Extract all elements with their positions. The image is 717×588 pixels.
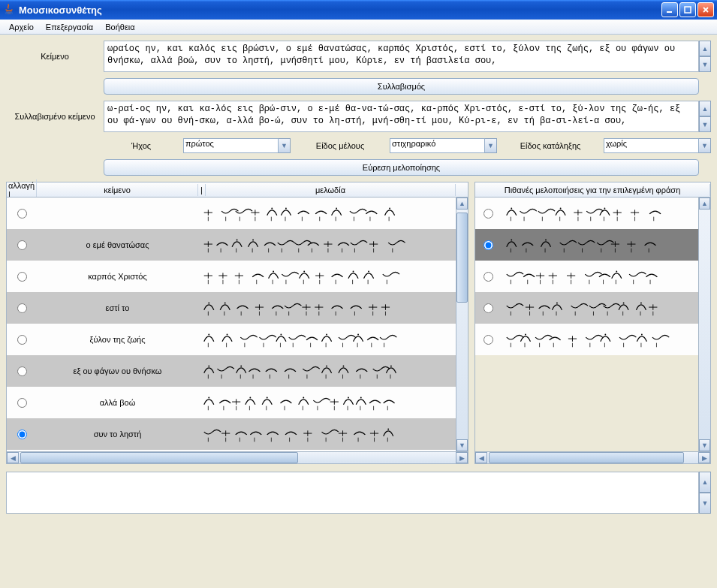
keimeno-label: Κείμενο xyxy=(6,52,104,61)
svg-point-81 xyxy=(208,366,209,367)
svg-rect-1 xyxy=(667,11,672,13)
svg-point-77 xyxy=(357,334,359,336)
row-text: αλλά βοώ xyxy=(37,398,198,407)
svg-point-38 xyxy=(273,271,274,273)
evresi-button[interactable]: Εύρεση μελοποίησης xyxy=(104,159,699,176)
table-row[interactable]: ξύλον της ζωής xyxy=(7,324,456,355)
scroll-down-icon[interactable]: ▼ xyxy=(699,439,710,451)
svg-point-66 xyxy=(227,334,228,336)
horizontal-scrollbar[interactable]: ◀ ▶ xyxy=(6,452,468,464)
table-row[interactable]: μνήσθητί μου xyxy=(7,450,456,451)
vertical-scrollbar[interactable]: ▲ ▼ xyxy=(456,198,468,451)
window-title: Μουσικοσυνθέτης xyxy=(19,5,102,16)
maximize-button[interactable] xyxy=(679,2,696,17)
chevron-down-icon[interactable]: ▼ xyxy=(699,138,711,153)
melody-radio[interactable] xyxy=(484,209,493,219)
svg-point-98 xyxy=(208,397,209,399)
scroll-down-icon[interactable]: ▼ xyxy=(699,493,711,514)
scroll-right-icon[interactable]: ▶ xyxy=(698,452,710,463)
scroll-down-icon[interactable]: ▼ xyxy=(699,56,711,72)
table-row[interactable]: αλλά βοώ xyxy=(7,387,456,418)
ixos-combo[interactable]: πρώτος xyxy=(183,138,279,153)
scroll-up-icon[interactable]: ▲ xyxy=(456,198,468,210)
melody-radio[interactable] xyxy=(484,335,493,345)
syllabismos-button[interactable]: Συλλαβισμός xyxy=(104,78,699,95)
scroll-up-icon[interactable]: ▲ xyxy=(699,472,711,493)
row-text: εστί το xyxy=(37,303,198,312)
melody-option-row[interactable] xyxy=(475,261,698,292)
svg-point-9 xyxy=(285,208,287,210)
row-radio[interactable] xyxy=(17,366,27,376)
svg-point-113 xyxy=(360,397,362,399)
eidos-melous-combo[interactable]: στιχηραρικό xyxy=(390,138,485,153)
table-row[interactable] xyxy=(7,198,456,229)
svg-point-41 xyxy=(303,271,305,273)
melody-preview xyxy=(501,296,698,320)
melody-radio[interactable] xyxy=(484,240,493,250)
melody-option-row[interactable] xyxy=(475,198,698,229)
menu-help[interactable]: Βοήθεια xyxy=(99,21,140,33)
chevron-down-icon[interactable]: ▼ xyxy=(279,138,291,153)
melody-preview xyxy=(501,201,698,225)
row-radio[interactable] xyxy=(17,209,27,219)
svg-point-23 xyxy=(252,240,254,241)
row-radio[interactable] xyxy=(17,430,27,439)
row-melody xyxy=(198,327,456,351)
row-melody xyxy=(198,422,456,446)
close-button[interactable] xyxy=(697,2,714,17)
ixos-label: Ήχος xyxy=(104,141,179,150)
row-melody xyxy=(198,201,456,225)
col-melodia: μελωδία xyxy=(206,184,456,196)
scroll-down-icon[interactable]: ▼ xyxy=(699,116,711,132)
minimize-button[interactable] xyxy=(661,2,678,17)
svg-point-84 xyxy=(240,366,242,367)
output-textarea[interactable] xyxy=(6,472,699,514)
svg-point-148 xyxy=(560,208,562,210)
row-text: συν το ληστή xyxy=(37,430,198,439)
menu-edit[interactable]: Επεξεργασία xyxy=(40,21,99,33)
scroll-left-icon[interactable]: ◀ xyxy=(475,452,487,463)
svg-point-128 xyxy=(387,429,389,430)
table-row[interactable]: εξ ου φάγων ου θνήσκω xyxy=(7,355,456,387)
scroll-right-icon[interactable]: ▶ xyxy=(456,452,468,463)
melody-radio[interactable] xyxy=(484,272,493,282)
table-row[interactable]: καρπός Χριστός xyxy=(7,261,456,292)
melody-preview xyxy=(501,327,698,351)
svg-point-199 xyxy=(604,334,606,336)
melody-option-row[interactable] xyxy=(475,324,698,355)
melody-radio[interactable] xyxy=(484,303,493,313)
row-text: ο εμέ θανατώσας xyxy=(37,240,198,249)
svg-point-104 xyxy=(267,397,268,399)
table-row[interactable]: συν το ληστή xyxy=(7,418,456,450)
row-radio[interactable] xyxy=(17,335,27,345)
row-radio[interactable] xyxy=(17,272,27,282)
chevron-down-icon[interactable]: ▼ xyxy=(485,138,497,153)
table-row[interactable]: ο εμέ θανατώσας xyxy=(7,229,456,261)
scroll-down-icon[interactable]: ▼ xyxy=(456,439,468,451)
svg-point-17 xyxy=(389,208,390,210)
scroll-up-icon[interactable]: ▲ xyxy=(699,101,711,116)
svg-point-7 xyxy=(271,208,273,210)
eidos-katalixis-combo[interactable]: χωρίς xyxy=(604,138,699,153)
menu-file[interactable]: Αρχείο xyxy=(3,21,40,33)
row-radio[interactable] xyxy=(17,303,27,313)
scroll-left-icon[interactable]: ◀ xyxy=(7,452,19,463)
svg-point-52 xyxy=(224,303,226,304)
row-text: εξ ου φάγων ου θνήσκω xyxy=(37,366,198,375)
melody-option-row[interactable] xyxy=(475,292,698,324)
horizontal-scrollbar[interactable]: ◀ ▶ xyxy=(474,452,711,464)
vertical-scrollbar[interactable]: ▲ ▼ xyxy=(698,198,710,451)
row-radio[interactable] xyxy=(17,398,27,408)
melody-preview xyxy=(501,233,698,257)
table-row[interactable]: εστί το xyxy=(7,292,456,324)
melody-option-row[interactable] xyxy=(475,229,698,261)
row-radio[interactable] xyxy=(17,240,27,250)
svg-point-64 xyxy=(208,334,209,336)
titlebar: Μουσικοσυνθέτης xyxy=(0,0,717,20)
scroll-up-icon[interactable]: ▲ xyxy=(699,41,711,56)
scroll-up-icon[interactable]: ▲ xyxy=(699,198,710,210)
keimeno-textarea[interactable] xyxy=(104,41,699,72)
svg-point-107 xyxy=(303,397,304,399)
syll-keimeno-textarea[interactable] xyxy=(104,101,699,132)
svg-point-47 xyxy=(368,271,369,273)
